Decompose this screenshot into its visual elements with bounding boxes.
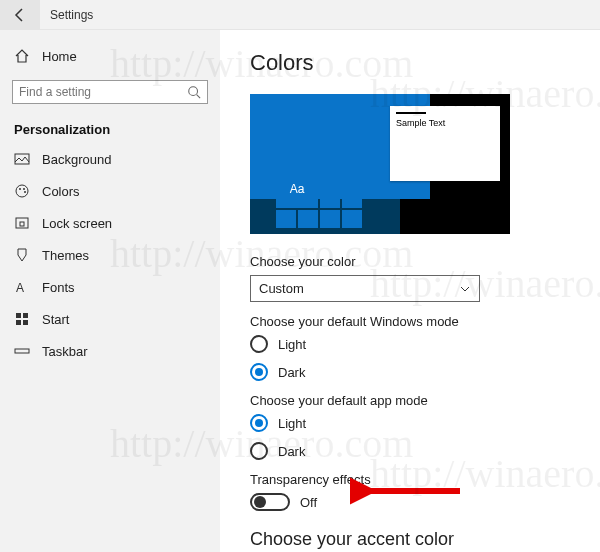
back-arrow-icon xyxy=(12,7,28,23)
svg-line-1 xyxy=(197,95,201,99)
sidebar-home[interactable]: Home xyxy=(0,40,220,72)
sidebar-home-label: Home xyxy=(42,49,77,64)
svg-text:A: A xyxy=(16,281,24,295)
sidebar-item-label: Themes xyxy=(42,248,89,263)
app-mode-label: Choose your default app mode xyxy=(250,393,570,408)
app-mode-light[interactable]: Light xyxy=(250,414,570,432)
home-icon xyxy=(14,48,30,64)
window-title: Settings xyxy=(40,8,93,22)
titlebar: Settings xyxy=(0,0,600,30)
app-mode-dark[interactable]: Dark xyxy=(250,442,570,460)
lock-screen-icon xyxy=(14,215,30,231)
picture-icon xyxy=(14,151,30,167)
radio-icon xyxy=(250,363,268,381)
radio-icon xyxy=(250,414,268,432)
radio-icon xyxy=(250,335,268,353)
sidebar-item-label: Start xyxy=(42,312,69,327)
app-mode-group: Light Dark xyxy=(250,414,570,460)
sidebar-item-themes[interactable]: Themes xyxy=(0,239,220,271)
sidebar: Home Personalization Background Colors L… xyxy=(0,30,220,552)
radio-label: Light xyxy=(278,416,306,431)
page-heading: Colors xyxy=(250,50,570,76)
radio-label: Dark xyxy=(278,365,305,380)
sidebar-item-background[interactable]: Background xyxy=(0,143,220,175)
choose-color-label: Choose your color xyxy=(250,254,570,269)
svg-rect-11 xyxy=(23,313,28,318)
start-icon xyxy=(14,311,30,327)
svg-rect-13 xyxy=(23,320,28,325)
sidebar-item-label: Fonts xyxy=(42,280,75,295)
svg-point-3 xyxy=(16,185,28,197)
sidebar-item-colors[interactable]: Colors xyxy=(0,175,220,207)
toggle-knob-icon xyxy=(254,496,266,508)
radio-label: Dark xyxy=(278,444,305,459)
back-button[interactable] xyxy=(0,0,40,30)
transparency-label: Transparency effects xyxy=(250,472,570,487)
sidebar-item-label: Colors xyxy=(42,184,80,199)
sidebar-item-label: Taskbar xyxy=(42,344,88,359)
sidebar-item-label: Background xyxy=(42,152,111,167)
sidebar-item-label: Lock screen xyxy=(42,216,112,231)
radio-label: Light xyxy=(278,337,306,352)
choose-color-value: Custom xyxy=(259,281,304,296)
content-pane: Colors Aa Sample Text Choose your color … xyxy=(220,30,600,552)
fonts-icon: A xyxy=(14,279,30,295)
svg-point-6 xyxy=(24,191,26,193)
transparency-toggle[interactable] xyxy=(250,493,290,511)
transparency-value: Off xyxy=(300,495,317,510)
preview-aa-tile: Aa xyxy=(276,170,318,208)
windows-mode-dark[interactable]: Dark xyxy=(250,363,570,381)
preview-sample-window: Sample Text xyxy=(390,106,500,181)
chevron-down-icon xyxy=(459,283,471,295)
svg-point-5 xyxy=(23,188,25,190)
choose-color-dropdown[interactable]: Custom xyxy=(250,275,480,302)
sidebar-item-start[interactable]: Start xyxy=(0,303,220,335)
color-preview: Aa Sample Text xyxy=(250,94,510,234)
windows-mode-light[interactable]: Light xyxy=(250,335,570,353)
svg-point-4 xyxy=(19,188,21,190)
svg-rect-8 xyxy=(20,222,24,226)
themes-icon xyxy=(14,247,30,263)
taskbar-icon xyxy=(14,343,30,359)
svg-rect-10 xyxy=(16,313,21,318)
sidebar-item-taskbar[interactable]: Taskbar xyxy=(0,335,220,367)
svg-point-0 xyxy=(189,87,198,96)
search-box[interactable] xyxy=(12,80,208,104)
search-input[interactable] xyxy=(19,85,179,99)
sidebar-item-lockscreen[interactable]: Lock screen xyxy=(0,207,220,239)
sidebar-section-title: Personalization xyxy=(0,112,220,143)
svg-rect-12 xyxy=(16,320,21,325)
windows-mode-label: Choose your default Windows mode xyxy=(250,314,570,329)
preview-sample-text: Sample Text xyxy=(396,118,445,128)
windows-mode-group: Light Dark xyxy=(250,335,570,381)
svg-rect-14 xyxy=(15,349,29,353)
radio-icon xyxy=(250,442,268,460)
accent-heading: Choose your accent color xyxy=(250,529,570,550)
palette-icon xyxy=(14,183,30,199)
search-icon xyxy=(187,85,201,99)
sidebar-item-fonts[interactable]: A Fonts xyxy=(0,271,220,303)
